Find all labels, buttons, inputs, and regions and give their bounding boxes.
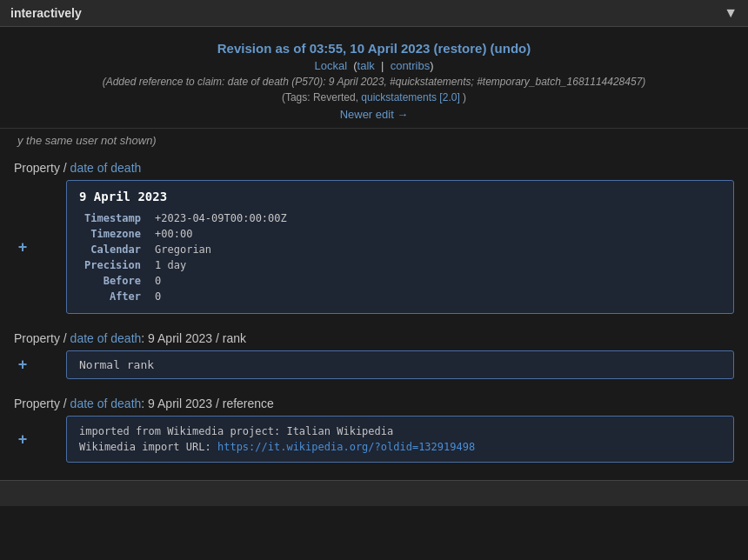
property-key: Before — [79, 273, 150, 289]
add-rank-button[interactable]: + — [14, 356, 31, 374]
section1-link[interactable]: date of death — [70, 161, 142, 175]
property-key: Calendar — [79, 242, 150, 257]
revision-timestamp[interactable]: 03:55, 10 April 2023 — [310, 41, 431, 56]
tags-prefix: (Tags: Reverted, — [282, 91, 358, 103]
section3-header: Property / date of death: 9 April 2023 /… — [0, 388, 748, 416]
reference-url-prefix: Wikimedia import URL: — [79, 441, 217, 453]
revision-prefix: Revision as of — [217, 41, 310, 56]
add-reference-button[interactable]: + — [14, 430, 31, 449]
reference-box: imported from Wikimedia project: Italian… — [66, 416, 734, 463]
top-bar: interactively ▼ — [0, 0, 748, 27]
section1-header: Property / date of death — [0, 152, 748, 180]
restore-link[interactable]: (restore) — [434, 41, 487, 56]
section2-header: Property / date of death: 9 April 2023 /… — [0, 323, 748, 350]
section2-suffix: : 9 April 2023 / rank — [141, 331, 246, 345]
top-bar-title: interactively — [10, 6, 82, 20]
add-date-button[interactable]: + — [14, 238, 31, 257]
revision-summary: (Added reference to claim: date of death… — [17, 76, 731, 88]
section3-prefix: Property / — [14, 397, 70, 410]
property-value: 0 — [150, 289, 721, 304]
table-row: Timezone+00:00 — [79, 226, 721, 242]
property-value: +2023-04-09T00:00:00Z — [150, 210, 721, 226]
revision-user-line: Lockal (talk | contribs) — [17, 59, 731, 72]
section3-suffix: : 9 April 2023 / reference — [141, 397, 274, 410]
property-key: After — [79, 289, 150, 304]
property-key: Precision — [79, 257, 150, 273]
revision-title: Revision as of 03:55, 10 April 2023 (res… — [17, 41, 731, 56]
revision-header: Revision as of 03:55, 10 April 2023 (res… — [0, 27, 748, 129]
section2-link[interactable]: date of death — [70, 331, 142, 345]
property-value: 1 day — [150, 257, 721, 273]
table-row: After0 — [79, 289, 721, 304]
not-shown-note: y the same user not shown) — [0, 129, 748, 152]
reference-container: + imported from Wikimedia project: Itali… — [0, 416, 748, 471]
section1-prefix: Property / — [14, 161, 70, 175]
date-value-container: + 9 April 2023 Timestamp+2023-04-09T00:0… — [0, 180, 748, 323]
reference-url-link[interactable]: https://it.wikipedia.org/?oldid=13291949… — [217, 441, 475, 453]
user-talk-link[interactable]: talk — [357, 59, 375, 72]
newer-edit-link[interactable]: Newer edit → — [340, 108, 409, 121]
tags-link[interactable]: quickstatements [2.0] — [361, 91, 459, 103]
reference-line1: imported from Wikimedia project: Italian… — [79, 425, 721, 437]
property-value: Gregorian — [150, 242, 721, 257]
date-property-table: Timestamp+2023-04-09T00:00:00ZTimezone+0… — [79, 210, 721, 304]
user-name-link[interactable]: Lockal — [314, 59, 347, 72]
date-value-box: 9 April 2023 Timestamp+2023-04-09T00:00:… — [66, 180, 734, 314]
undo-link[interactable]: (undo) — [491, 41, 531, 56]
bottom-bar — [0, 480, 748, 506]
table-row: Precision1 day — [79, 257, 721, 273]
property-value: +00:00 — [150, 226, 721, 242]
table-row: Timestamp+2023-04-09T00:00:00Z — [79, 210, 721, 226]
chevron-down-icon[interactable]: ▼ — [724, 5, 738, 21]
user-contribs-link[interactable]: contribs — [391, 59, 431, 72]
property-key: Timezone — [79, 226, 150, 242]
table-row: CalendarGregorian — [79, 242, 721, 257]
rank-value: Normal rank — [79, 358, 154, 371]
revision-tags: (Tags: Reverted, quickstatements [2.0] ) — [17, 91, 731, 103]
section3-link[interactable]: date of death — [70, 397, 142, 410]
property-key: Timestamp — [79, 210, 150, 226]
rank-box: Normal rank — [66, 350, 734, 379]
rank-container: + Normal rank — [0, 350, 748, 388]
table-row: Before0 — [79, 273, 721, 289]
section2-prefix: Property / — [14, 331, 70, 345]
property-value: 0 — [150, 273, 721, 289]
reference-line2: Wikimedia import URL: https://it.wikiped… — [79, 441, 721, 453]
tags-suffix: ) — [463, 91, 466, 103]
date-value-title: 9 April 2023 — [79, 190, 721, 203]
